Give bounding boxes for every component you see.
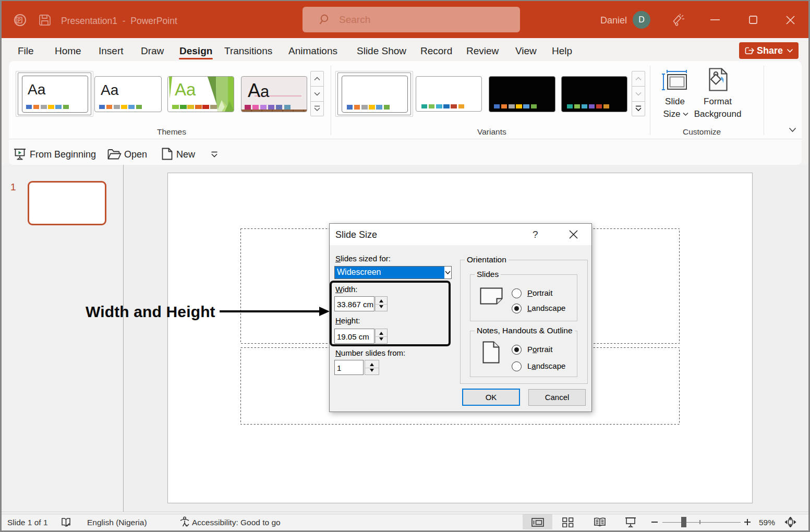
svg-text:P: P <box>17 18 21 23</box>
